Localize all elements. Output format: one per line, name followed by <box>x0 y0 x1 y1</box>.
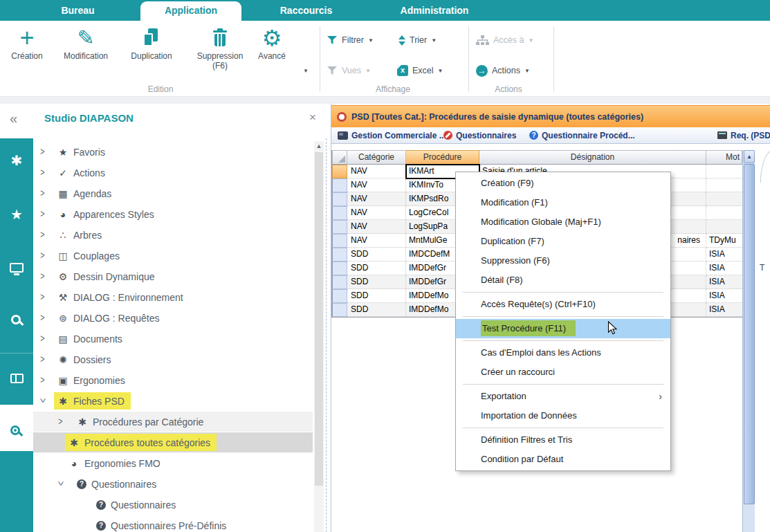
menu-item-5[interactable]: Détail (F8) <box>456 270 670 290</box>
suppression-button[interactable]: Suppression (F6) <box>185 25 255 93</box>
cell-mot[interactable]: TDyMu <box>706 234 742 248</box>
tree-item-13[interactable]: >✱Procédures par Catégorie <box>33 412 313 432</box>
monitor-icon[interactable] <box>10 263 24 273</box>
cell-categorie[interactable]: SDD <box>347 289 406 303</box>
cell-mot[interactable] <box>706 206 742 220</box>
avance-button[interactable]: ⚙ Avancé <box>252 25 292 93</box>
menu-item-17[interactable]: Définition Filtres et Tris <box>456 430 670 450</box>
acces-a-button[interactable]: Accès à ▼ <box>476 32 533 48</box>
cell-categorie[interactable]: SDD <box>347 303 406 317</box>
cell-mot[interactable]: ISIA <box>706 262 742 275</box>
tree-item-0[interactable]: >★Favoris <box>33 142 313 162</box>
cell-mot[interactable] <box>706 192 742 206</box>
menu-item-4[interactable]: Suppression (F6) <box>456 251 670 270</box>
menu-item-9[interactable]: Test Procédure (F11) <box>456 319 670 338</box>
creation-button[interactable]: + Création <box>4 25 50 93</box>
column-header-mot[interactable]: Mot <box>706 150 742 165</box>
duplication-button[interactable]: Duplication <box>122 25 181 93</box>
tree-chevron-right-icon[interactable]: > <box>40 167 44 178</box>
row-header-cell[interactable] <box>332 303 347 317</box>
row-header-cell[interactable] <box>332 234 347 248</box>
tree-item-2[interactable]: >▦Agendas <box>33 183 313 203</box>
column-header-designation[interactable]: Désignation <box>479 150 706 165</box>
tree-item-18[interactable]: ?Questionnaires Pré-Définis <box>33 515 313 532</box>
sidebar-scrollbar[interactable]: ▲ <box>314 141 324 532</box>
tree-chevron-down-icon[interactable]: > <box>55 481 66 486</box>
tree-chevron-right-icon[interactable]: > <box>40 146 44 157</box>
cell-categorie[interactable]: SDD <box>347 248 406 262</box>
tab-administration[interactable]: Administration <box>377 0 492 21</box>
tree-item-16[interactable]: >?Questionnaires <box>33 474 313 494</box>
row-header-cell[interactable] <box>332 275 347 289</box>
tree-chevron-right-icon[interactable]: > <box>40 291 44 302</box>
psd-flower-icon[interactable]: ✱ <box>0 152 33 169</box>
row-header-cell[interactable] <box>332 289 347 303</box>
menu-item-3[interactable]: Duplication (F7) <box>456 232 670 251</box>
wtab-gestion-commerciale[interactable]: Gestion Commerciale ... <box>338 127 446 143</box>
vues-button[interactable]: Vues ▼ <box>327 62 371 79</box>
cell-categorie[interactable]: NAV <box>347 220 406 234</box>
tree-item-7[interactable]: >⚒DIALOG : Environnement <box>33 287 313 307</box>
tree-item-14[interactable]: ✱Procédures toutes catégories <box>33 432 313 452</box>
wtab-req-psd[interactable]: Req. (PSD <box>717 127 770 143</box>
tab-bureau[interactable]: Bureau <box>42 0 114 21</box>
menu-item-14[interactable]: Exportation› <box>456 387 670 406</box>
window-caption-bar[interactable]: PSD [Toutes Cat.]: Procédures de saisie … <box>331 105 770 127</box>
sidebar-collapse-button[interactable]: « <box>10 111 17 127</box>
tree-item-3[interactable]: >◕Apparences Styles <box>33 204 313 224</box>
scrollbar-thumb[interactable] <box>744 164 755 504</box>
wtab-questionnaires[interactable]: Questionnaires <box>443 127 516 143</box>
excel-button[interactable]: Excel ▼ <box>397 62 443 79</box>
wtab-questionnaire-proced[interactable]: ? Questionnaire Procéd... <box>529 127 635 143</box>
cell-categorie[interactable]: NAV <box>347 192 406 206</box>
row-header-cell[interactable] <box>332 248 347 262</box>
excel-dropdown-icon[interactable]: ▼ <box>438 68 443 74</box>
tree-item-6[interactable]: >⚙Dessin Dynamique <box>33 266 313 286</box>
tab-application[interactable]: Application <box>140 1 241 21</box>
tree-chevron-right-icon[interactable]: > <box>40 187 44 199</box>
tree-item-15[interactable]: ◕Ergonomies FMO <box>33 453 313 473</box>
filtrer-button[interactable]: Filtrer ▼ <box>327 32 374 48</box>
tree-chevron-right-icon[interactable]: > <box>40 312 44 323</box>
tree-item-5[interactable]: >◫Couplages <box>33 246 313 266</box>
tree-item-10[interactable]: >✺Dossiers <box>33 349 313 369</box>
select-all-corner-cell[interactable] <box>332 150 347 165</box>
cell-mot[interactable]: ISIA <box>706 303 742 317</box>
tree-chevron-right-icon[interactable]: > <box>40 229 44 240</box>
tree-item-8[interactable]: >⊚DIALOG : Requêtes <box>33 308 313 328</box>
tab-raccourcis[interactable]: Raccourcis <box>270 0 342 21</box>
row-header-cell[interactable] <box>332 192 347 206</box>
cell-mot[interactable] <box>706 178 742 192</box>
actions-button[interactable]: Actions ▼ <box>476 62 530 79</box>
row-header-cell[interactable] <box>332 165 347 178</box>
tree-item-17[interactable]: ?Questionnaires <box>33 495 313 515</box>
tree-item-12[interactable]: >✱Fiches PSD <box>33 391 313 411</box>
column-header-procedure[interactable]: Procédure <box>406 150 479 165</box>
panel-splitter[interactable] <box>326 138 327 532</box>
menu-item-0[interactable]: Création (F9) <box>456 174 670 193</box>
cell-mot[interactable]: ISIA <box>706 248 742 262</box>
menu-item-12[interactable]: Créer un raccourci <box>456 363 670 382</box>
row-header-cell[interactable] <box>332 220 347 234</box>
tree-chevron-right-icon[interactable]: > <box>40 208 44 219</box>
cell-mot[interactable]: ISIA <box>706 289 742 303</box>
actions-dropdown-icon[interactable]: ▼ <box>524 68 530 74</box>
cell-mot[interactable]: ISIA <box>706 275 742 289</box>
cell-categorie[interactable]: SDD <box>347 275 406 289</box>
tree-item-11[interactable]: >▣Ergonomies <box>33 370 313 390</box>
menu-item-18[interactable]: Condition par Défaut <box>456 450 670 469</box>
sidebar-close-button[interactable]: × <box>309 111 316 125</box>
search-icon[interactable] <box>11 315 21 324</box>
menu-item-1[interactable]: Modification (F1) <box>456 193 670 212</box>
scroll-up-button[interactable]: ▲ <box>744 150 755 163</box>
tree-chevron-right-icon[interactable]: > <box>40 270 44 282</box>
cell-categorie[interactable]: SDD <box>347 262 406 275</box>
tree-chevron-right-icon[interactable]: > <box>40 250 44 261</box>
tree-chevron-right-icon[interactable]: > <box>40 354 44 365</box>
cell-categorie[interactable]: NAV <box>347 165 406 178</box>
cell-categorie[interactable]: NAV <box>347 206 406 220</box>
cell-categorie[interactable]: NAV <box>347 234 406 248</box>
row-header-cell[interactable] <box>332 178 347 192</box>
tree-chevron-down-icon[interactable]: > <box>37 398 48 403</box>
cell-mot[interactable] <box>706 220 742 234</box>
